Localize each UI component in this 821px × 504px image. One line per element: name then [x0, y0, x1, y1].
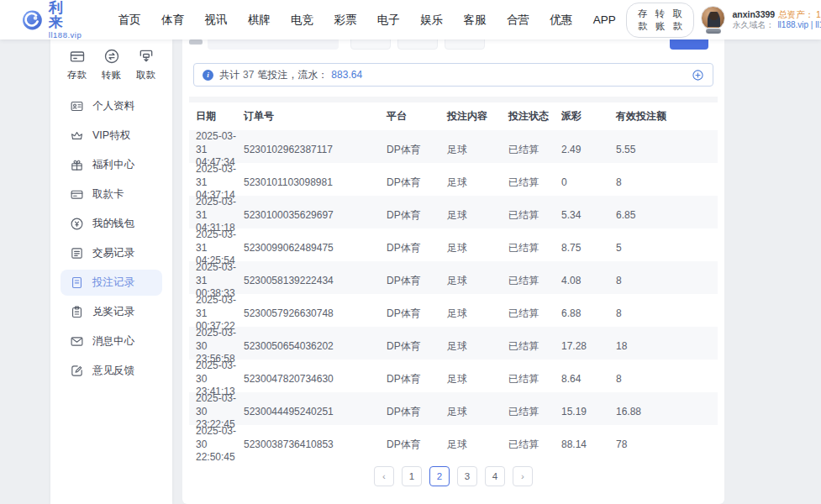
valid-amount: 6.85 — [616, 209, 718, 221]
page-button-1[interactable]: 1 — [402, 466, 422, 486]
nav-item-partner[interactable]: 合营 — [497, 8, 539, 33]
sidebar-item-profile[interactable]: 个人资料 — [61, 93, 162, 119]
bet-status: 已结算 — [508, 143, 561, 157]
bet-status: 已结算 — [508, 307, 561, 321]
page-button-3[interactable]: 3 — [457, 466, 477, 486]
quick-actions: 存款 转账 取款 — [50, 48, 172, 81]
bet-status: 已结算 — [508, 405, 561, 419]
table-row[interactable]: 2025-03-30 22:50:45 5230038736410853 DP体… — [189, 425, 718, 458]
sidebar-item-wallet[interactable]: 我的钱包 — [61, 211, 162, 237]
table-row[interactable]: 2025-03-31 04:37:14 5230101103098981 DP体… — [189, 163, 718, 196]
platform: DP体育 — [387, 241, 447, 255]
valid-amount: 5.55 — [616, 144, 718, 155]
valid-amount: 18 — [616, 340, 718, 352]
wallet-icon — [70, 217, 84, 231]
payout: 6.88 — [561, 307, 616, 319]
feedback-icon — [70, 364, 84, 378]
nav-item-home[interactable]: 首页 — [108, 8, 150, 33]
sidebar-item-rewards[interactable]: 兑奖记录 — [61, 299, 162, 325]
bet-status: 已结算 — [508, 208, 561, 223]
bet-summary-bar: i 共计 37 笔投注，流水： 883.64 — [193, 63, 713, 87]
nav-item-service[interactable]: 客服 — [453, 8, 496, 33]
sidebar-item-feedback[interactable]: 意见反馈 — [61, 358, 162, 384]
sidebar-item-withdraw-card[interactable]: 取款卡 — [61, 181, 162, 207]
sidebar-item-transactions[interactable]: 交易记录 — [61, 240, 162, 266]
table-row[interactable]: 2025-03-30 23:56:58 5230050654036202 DP体… — [189, 327, 718, 360]
bet-content: 足球 — [447, 241, 508, 255]
nav-item-lottery[interactable]: 彩票 — [324, 8, 366, 33]
total-assets: 总资产： 1363.49元 — [778, 9, 821, 20]
payout: 5.34 — [561, 209, 616, 221]
nav-item-sports[interactable]: 体育 — [151, 8, 194, 33]
valid-amount: 8 — [616, 307, 718, 319]
nav-item-promo[interactable]: 优惠 — [539, 8, 582, 33]
table-row[interactable]: 2025-03-31 04:31:18 5230100035629697 DP体… — [189, 196, 718, 228]
withdraw-link[interactable]: 取款 — [673, 8, 683, 33]
filter-label-fragment — [189, 39, 203, 45]
transfer-link[interactable]: 转账 — [655, 8, 666, 33]
nav-item-chess[interactable]: 棋牌 — [237, 8, 280, 33]
user-avatar[interactable] — [701, 6, 725, 34]
quick-deposit[interactable]: 存款 — [67, 48, 87, 81]
platform: DP体育 — [387, 274, 447, 288]
nav-item-slots[interactable]: 电子 — [367, 8, 410, 33]
order-number: 5230058139222434 — [244, 275, 387, 286]
nav-item-esports[interactable]: 电竞 — [281, 8, 324, 33]
filter-option-button[interactable] — [445, 39, 485, 50]
domain-label: 永久域名： — [732, 20, 774, 31]
sidebar-item-welfare[interactable]: 福利中心 — [61, 152, 162, 178]
page-button-4[interactable]: 4 — [485, 466, 505, 486]
transactions-icon — [70, 246, 84, 260]
col-content: 投注内容 — [447, 109, 508, 123]
bet-status: 已结算 — [508, 438, 561, 452]
deposit-link[interactable]: 存款 — [638, 8, 648, 33]
navbar-right: 存款 转账 取款 anxin3399 总资产： 1363.49元 永久域名： l… — [626, 3, 821, 38]
order-number: 5230047820734630 — [244, 373, 387, 385]
payout: 88.14 — [561, 438, 616, 450]
username: anxin3399 — [732, 9, 775, 20]
order-number: 5230102962387117 — [244, 144, 387, 155]
summary-prefix: 共计 — [219, 68, 239, 82]
expand-icon[interactable] — [692, 69, 704, 81]
top-navbar: 利 来 ll188.vip 首页 体育 视讯 棋牌 电竞 彩票 电子 娱乐 客服… — [0, 0, 821, 39]
filter-option-button[interactable] — [397, 39, 438, 50]
filter-option-button[interactable] — [350, 39, 391, 50]
sidebar-item-messages[interactable]: 消息中心 — [61, 328, 162, 354]
main-nav-menu: 首页 体育 视讯 棋牌 电竞 彩票 电子 娱乐 客服 合营 优惠 APP — [108, 8, 626, 33]
bet-status: 已结算 — [508, 176, 561, 190]
order-number: 5230057926630748 — [244, 307, 387, 319]
prev-page-button[interactable]: ‹ — [374, 466, 394, 486]
table-row[interactable]: 2025-03-30 23:41:13 5230047820734630 DP体… — [189, 360, 718, 392]
order-number: 5230044495240251 — [244, 406, 387, 417]
quick-withdraw[interactable]: 取款 — [136, 48, 155, 81]
page-button-2-current[interactable]: 2 — [429, 466, 450, 486]
table-row[interactable]: 2025-03-31 04:47:34 5230102962387117 DP体… — [189, 130, 718, 163]
sidebar-item-bet-records[interactable]: 投注记录 — [61, 270, 162, 296]
bet-records-panel: i 共计 37 笔投注，流水： 883.64 日期 订单号 平台 投注内容 投注… — [182, 39, 724, 504]
sidebar-item-vip[interactable]: VIP特权 — [61, 123, 162, 149]
table-row[interactable]: 2025-03-31 04:25:54 5230099062489475 DP体… — [189, 228, 718, 261]
nav-item-app[interactable]: APP — [582, 8, 625, 31]
platform: DP体育 — [387, 438, 447, 452]
table-row[interactable]: 2025-03-30 23:22:45 5230044495240251 DP体… — [189, 392, 718, 425]
summary-label: 笔投注，流水： — [257, 68, 328, 82]
crown-icon — [70, 129, 84, 143]
search-button[interactable] — [670, 39, 708, 50]
withdraw-icon — [138, 48, 155, 65]
table-row[interactable]: 2025-03-31 00:38:33 5230058139222434 DP体… — [189, 261, 718, 294]
table-row[interactable]: 2025-03-31 00:37:22 5230057926630748 DP体… — [189, 294, 718, 327]
bet-content: 足球 — [447, 372, 508, 386]
table-body: 2025-03-31 04:47:34 5230102962387117 DP体… — [182, 130, 724, 458]
sidebar-menu: 个人资料 VIP特权 福利中心 取款卡 — [50, 93, 172, 384]
quick-transfer[interactable]: 转账 — [102, 48, 121, 81]
site-logo[interactable]: 利 来 ll188.vip — [22, 1, 86, 39]
col-payout: 派彩 — [561, 109, 616, 123]
nav-item-casino[interactable]: 娱乐 — [410, 8, 453, 33]
nav-item-live[interactable]: 视讯 — [194, 8, 237, 33]
platform: DP体育 — [387, 307, 447, 321]
filter-input[interactable] — [208, 39, 339, 50]
platform: DP体育 — [387, 339, 447, 354]
next-page-button[interactable]: › — [513, 466, 533, 486]
vip-level-badge — [705, 28, 722, 34]
bet-count: 37 — [243, 69, 254, 81]
